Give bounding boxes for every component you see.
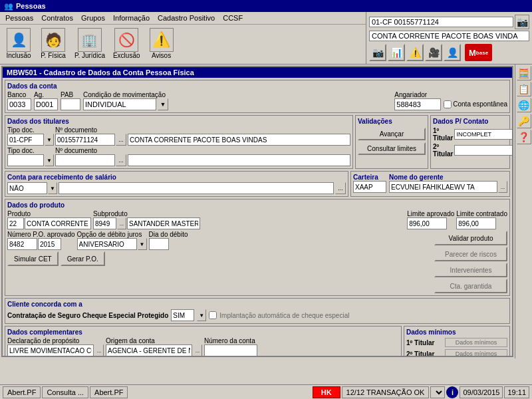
ag-input[interactable] <box>34 98 58 110</box>
btn-validar-produto[interactable]: Validar produto <box>434 231 507 245</box>
menu-contratos[interactable]: Contratos <box>37 13 77 23</box>
status-transaction: 12/12 TRANSAÇÃO OK <box>342 386 430 398</box>
tipo-doc-dropdown[interactable]: ▼ <box>45 134 54 146</box>
cliente-concorda-label: Contratação de Seguro Cheque Especial Pr… <box>7 312 168 319</box>
status-info-icon[interactable]: i <box>446 386 458 398</box>
menu-informacao[interactable]: Informação <box>109 13 154 23</box>
account-number: 01-CF 00155771124 <box>369 17 513 27</box>
status-dropdown[interactable] <box>430 386 445 398</box>
tipo-doc2-dropdown[interactable]: ▼ <box>45 154 54 166</box>
status-active-hk: HK <box>313 386 340 398</box>
angariador-input[interactable] <box>394 98 441 110</box>
title-bar: 👥 Pessoas <box>0 0 532 12</box>
menu-cadastro-positivo[interactable]: Cadastro Positivo <box>154 13 219 23</box>
btn-consultar-limites[interactable]: Consultar limites <box>358 142 426 155</box>
limite-aprovado-input[interactable] <box>407 217 447 229</box>
status-abert-pf-2[interactable]: Abert.PF <box>90 386 128 398</box>
camera-icon-top[interactable]: 📷 <box>515 15 529 29</box>
doc-name2-input[interactable] <box>128 154 350 166</box>
status-abert-pf-1[interactable]: Abert.PF <box>3 386 41 398</box>
conta-espontanea-checkbox[interactable] <box>444 100 452 108</box>
nro-conta-input[interactable] <box>204 344 257 356</box>
gerente-btn[interactable]: ... <box>498 181 507 193</box>
sidebar-help-icon[interactable]: ❓ <box>517 130 531 144</box>
banco-input[interactable] <box>7 98 31 110</box>
toolbar-inclusao[interactable]: 👤 Inclusão <box>3 27 35 61</box>
dados-contato-section: Dados P/ Contato 1º Titular ... 2º Titul… <box>430 115 510 169</box>
conta-salario-extra[interactable] <box>59 182 334 194</box>
produto-code-input[interactable] <box>7 217 24 229</box>
implantacao-checkbox[interactable] <box>209 311 217 319</box>
nro-doc-btn[interactable]: ... <box>116 134 126 146</box>
btn-dados-min-t1[interactable]: Dados mínimos <box>445 338 507 347</box>
btn-avancar-validacoes[interactable]: Avançar <box>358 128 426 140</box>
subproduto-code-input[interactable] <box>93 217 116 229</box>
btn-gerar-po[interactable]: Gerar P.O. <box>61 251 105 266</box>
right-sidebar: 🧮 📋 🌐 🔑 ❓ <box>515 65 532 358</box>
seguro-value-input[interactable] <box>171 309 194 321</box>
account-icon-video[interactable]: 🎥 <box>425 44 442 61</box>
menu-pessoas[interactable]: Pessoas <box>1 13 37 23</box>
subproduto-btn[interactable]: ... <box>117 217 126 229</box>
tipo-doc-input[interactable] <box>7 134 44 146</box>
doc-name-input[interactable] <box>128 134 350 146</box>
pab-input[interactable] <box>61 98 80 110</box>
gerente-input[interactable] <box>389 181 497 193</box>
opcao-debito-dropdown[interactable]: ▼ <box>138 238 147 250</box>
dados-min-t1-label: 1º Titular <box>406 339 443 346</box>
produto-name-input[interactable] <box>25 217 91 229</box>
menu-ccsf[interactable]: CCSF <box>219 13 247 23</box>
origem-input[interactable] <box>106 344 192 356</box>
cond-mov-label: Condição de movimentação <box>83 91 392 98</box>
toolbar-exclusao[interactable]: 🚫 Exclusão <box>110 27 143 61</box>
cond-mov-dropdown[interactable]: ▼ <box>158 98 168 110</box>
conta-salario-dropdown[interactable]: ▼ <box>48 182 57 194</box>
status-consulta[interactable]: Consulta ... <box>42 386 88 398</box>
titular1-contato-input[interactable] <box>454 129 513 140</box>
conta-salario-input[interactable] <box>7 182 47 194</box>
dados-complementares-title: Dados complementares <box>7 329 399 336</box>
decl-prop-btn[interactable]: ... <box>94 344 104 356</box>
tipo-doc2-input[interactable] <box>7 154 44 166</box>
btn-intervenientes[interactable]: Intervenientes <box>434 263 507 277</box>
toolbar-avisos[interactable]: ⚠️ Avisos <box>146 27 178 61</box>
seguro-dropdown[interactable]: ▼ <box>197 309 206 321</box>
btn-parecer-riscos[interactable]: Parecer de riscos <box>434 247 507 261</box>
btn-simular-cet[interactable]: Simular CET <box>7 251 59 266</box>
nro-doc2-btn[interactable]: ... <box>116 154 126 166</box>
origem-btn[interactable]: ... <box>193 344 202 356</box>
account-icon-warning[interactable]: ⚠️ <box>406 44 424 61</box>
titular2-contato-input[interactable] <box>454 145 513 156</box>
nro-doc2-input[interactable] <box>55 154 115 166</box>
nro-doc-input[interactable] <box>55 134 115 146</box>
carteira-input[interactable] <box>353 181 386 193</box>
btn-cta-garantida[interactable]: Cta. garantida <box>434 279 507 293</box>
toolbar-p-juridica[interactable]: 🏢 P. Jurídica <box>72 27 108 61</box>
toolbar-p-fisica[interactable]: 🧑 P. Física <box>37 27 69 61</box>
limite-contratado-input[interactable] <box>456 217 496 229</box>
nro-po-input[interactable] <box>7 238 37 250</box>
cond-mov-input[interactable] <box>83 98 156 110</box>
account-icon-person[interactable]: 👤 <box>444 44 461 61</box>
sidebar-globe-icon[interactable]: 🌐 <box>517 98 531 112</box>
sidebar-calc-icon[interactable]: 🧮 <box>517 66 531 80</box>
toolbar-exclusao-label: Exclusão <box>113 52 140 59</box>
nro-po-year[interactable] <box>38 238 61 250</box>
conta-salario-btn[interactable]: ... <box>335 182 346 194</box>
angariador-label: Angariador <box>394 91 441 98</box>
account-icon-chart[interactable]: 📊 <box>388 44 405 61</box>
decl-prop-input[interactable] <box>7 344 94 356</box>
opcao-debito-input[interactable] <box>77 238 137 250</box>
dia-debito-input[interactable] <box>149 238 169 250</box>
sidebar-key-icon[interactable]: 🔑 <box>517 114 531 128</box>
btn-dados-min-t2[interactable]: Dados mínimos <box>445 349 507 357</box>
subproduto-name-input[interactable] <box>127 217 200 229</box>
menu-grupos[interactable]: Grupos <box>77 13 109 23</box>
account-icon-camera[interactable]: 📷 <box>369 44 386 61</box>
dados-titulares-title: Dados dos titulares <box>7 118 350 125</box>
dados-complementares-section: Dados complementares Declaração de propó… <box>5 326 402 357</box>
cliente-concorda-title: Cliente concorda com a <box>7 301 507 308</box>
toolbar-p-fisica-label: P. Física <box>41 52 66 59</box>
status-bar: Abert.PF Consulta ... Abert.PF HK 12/12 … <box>0 384 532 399</box>
sidebar-doc-icon[interactable]: 📋 <box>517 82 531 96</box>
